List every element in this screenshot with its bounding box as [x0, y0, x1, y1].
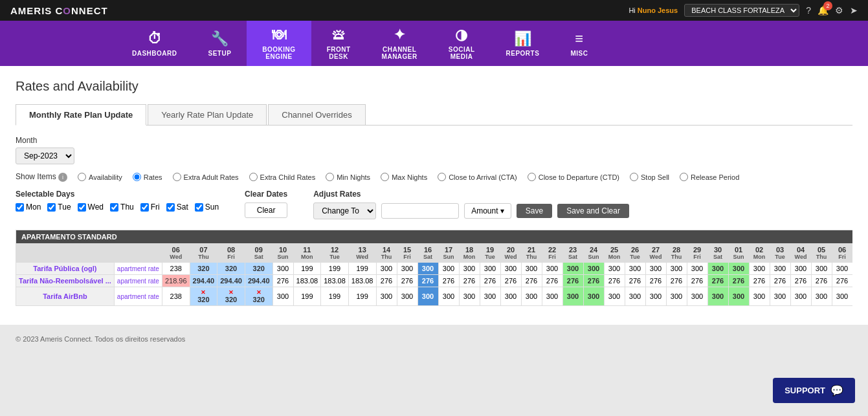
rate-cell[interactable]: 199: [321, 287, 349, 306]
save-button[interactable]: Save: [517, 204, 552, 218]
tab-monthly[interactable]: Monthly Rate Plan Update: [16, 104, 146, 126]
radio-rates[interactable]: Rates: [133, 173, 162, 181]
rate-cell[interactable]: 300: [604, 263, 625, 275]
amount-dropdown-button[interactable]: Amount ▾: [464, 203, 511, 219]
rate-cell[interactable]: 183.08: [293, 275, 321, 287]
rate-cell[interactable]: 300: [459, 287, 480, 306]
rate-cell[interactable]: 276: [542, 275, 562, 287]
radio-min-nights[interactable]: Min Nights: [326, 173, 370, 181]
notification-button[interactable]: 🔔 2: [818, 5, 829, 16]
day-sun[interactable]: Sun: [195, 203, 219, 212]
rate-cell[interactable]: 183.08: [321, 275, 349, 287]
rate-cell[interactable]: 300: [459, 263, 480, 275]
rate-plan-type[interactable]: apartment rate: [114, 287, 162, 306]
rate-cell[interactable]: 300: [397, 287, 417, 306]
rate-cell[interactable]: 300: [790, 263, 811, 275]
adjust-value-input[interactable]: [381, 203, 459, 219]
rate-cell[interactable]: 300: [666, 263, 687, 275]
rate-cell[interactable]: 183.08: [348, 275, 376, 287]
rate-cell[interactable]: 218.96: [162, 275, 190, 287]
radio-availability[interactable]: Availability: [78, 173, 122, 181]
rate-cell[interactable]: 300: [832, 287, 852, 306]
rate-cell[interactable]: 300: [666, 287, 687, 306]
rate-cell[interactable]: 300: [562, 287, 583, 306]
rate-cell[interactable]: 294.40: [245, 275, 273, 287]
nav-front-desk[interactable]: 🛎 FRONTDESK: [311, 21, 366, 66]
rate-cell[interactable]: 199: [321, 263, 349, 275]
rate-cell[interactable]: 300: [583, 287, 604, 306]
rate-cell[interactable]: 276: [645, 275, 666, 287]
rate-cell[interactable]: 276: [604, 275, 625, 287]
rate-cell[interactable]: 300: [832, 263, 852, 275]
rate-cell[interactable]: 300: [521, 287, 542, 306]
rate-cell[interactable]: 300: [417, 287, 438, 306]
rate-plan-name[interactable]: Tarifa AirBnb: [16, 287, 115, 306]
tab-yearly[interactable]: Yearly Rate Plan Update: [148, 104, 267, 125]
logout-button[interactable]: ➤: [850, 5, 858, 16]
rate-cell[interactable]: 199: [293, 263, 321, 275]
rate-cell[interactable]: 276: [832, 275, 852, 287]
rate-cell[interactable]: 238: [162, 263, 190, 275]
rate-cell[interactable]: 276: [438, 275, 459, 287]
day-sat[interactable]: Sat: [166, 203, 188, 212]
month-select[interactable]: Sep-2023: [16, 148, 74, 164]
rate-cell[interactable]: 300: [604, 287, 625, 306]
day-mon[interactable]: Mon: [16, 203, 41, 212]
rate-cell[interactable]: 300: [749, 287, 770, 306]
nav-booking-engine[interactable]: 🍽 BOOKINGENGINE: [247, 21, 311, 66]
day-thu[interactable]: Thu: [110, 203, 134, 212]
rate-cell[interactable]: 276: [562, 275, 583, 287]
hotel-select[interactable]: BEACH CLASS FORTALEZA: [684, 4, 799, 17]
radio-extra-adult[interactable]: Extra Adult Rates: [173, 173, 239, 181]
settings-button[interactable]: ⚙: [835, 5, 843, 16]
radio-ctd[interactable]: Close to Departure (CTD): [528, 173, 619, 181]
rate-cell[interactable]: 320: [190, 263, 217, 275]
rate-cell[interactable]: ✕320: [217, 287, 245, 306]
rate-cell[interactable]: 199: [293, 287, 321, 306]
rate-cell[interactable]: 276: [459, 275, 480, 287]
rate-plan-name[interactable]: Tarifa Pública (ogl): [16, 263, 115, 275]
save-and-clear-button[interactable]: Save and Clear: [557, 204, 629, 218]
radio-release-period[interactable]: Release Period: [680, 173, 739, 181]
rate-cell[interactable]: 276: [811, 275, 832, 287]
rate-cell[interactable]: 300: [480, 287, 500, 306]
radio-extra-child[interactable]: Extra Child Rates: [249, 173, 316, 181]
rate-cell[interactable]: 320: [245, 263, 273, 275]
rate-cell[interactable]: 300: [376, 287, 397, 306]
rate-cell[interactable]: 300: [397, 263, 417, 275]
rate-cell[interactable]: 300: [562, 263, 583, 275]
rate-plan-type[interactable]: apartment rate: [114, 263, 162, 275]
rate-cell[interactable]: 300: [438, 263, 459, 275]
nav-reports[interactable]: 📊 REPORTS: [491, 21, 555, 66]
rate-cell[interactable]: 276: [625, 275, 645, 287]
rate-cell[interactable]: 300: [770, 287, 790, 306]
info-icon[interactable]: i: [58, 173, 67, 182]
rate-cell[interactable]: 300: [438, 287, 459, 306]
rate-cell[interactable]: 276: [687, 275, 707, 287]
rate-cell[interactable]: 300: [687, 263, 707, 275]
rate-cell[interactable]: 294.40: [217, 275, 245, 287]
rate-cell[interactable]: 300: [625, 287, 645, 306]
rate-cell[interactable]: 300: [542, 263, 562, 275]
rate-cell[interactable]: ✕320: [245, 287, 273, 306]
rate-cell[interactable]: 320: [217, 263, 245, 275]
rate-cell[interactable]: 238: [162, 287, 190, 306]
radio-max-nights[interactable]: Max Nights: [381, 173, 427, 181]
rate-cell[interactable]: 276: [749, 275, 770, 287]
rate-cell[interactable]: 300: [707, 287, 728, 306]
rate-cell[interactable]: 300: [728, 287, 749, 306]
radio-stop-sell[interactable]: Stop Sell: [630, 173, 669, 181]
rate-cell[interactable]: 300: [542, 287, 562, 306]
rate-cell[interactable]: 300: [790, 287, 811, 306]
rate-cell[interactable]: 199: [348, 287, 376, 306]
rate-cell[interactable]: 294.40: [190, 275, 217, 287]
rate-cell[interactable]: 276: [583, 275, 604, 287]
tab-channel[interactable]: Channel Overrides: [268, 104, 365, 125]
rate-cell[interactable]: 276: [728, 275, 749, 287]
rate-cell[interactable]: 300: [645, 263, 666, 275]
day-wed[interactable]: Wed: [78, 203, 104, 212]
nav-misc[interactable]: ≡ MISC: [555, 21, 603, 66]
clear-button[interactable]: Clear: [245, 203, 287, 218]
rate-cell[interactable]: 276: [707, 275, 728, 287]
nav-social-media[interactable]: ◑ SOCIALMEDIA: [433, 21, 491, 66]
